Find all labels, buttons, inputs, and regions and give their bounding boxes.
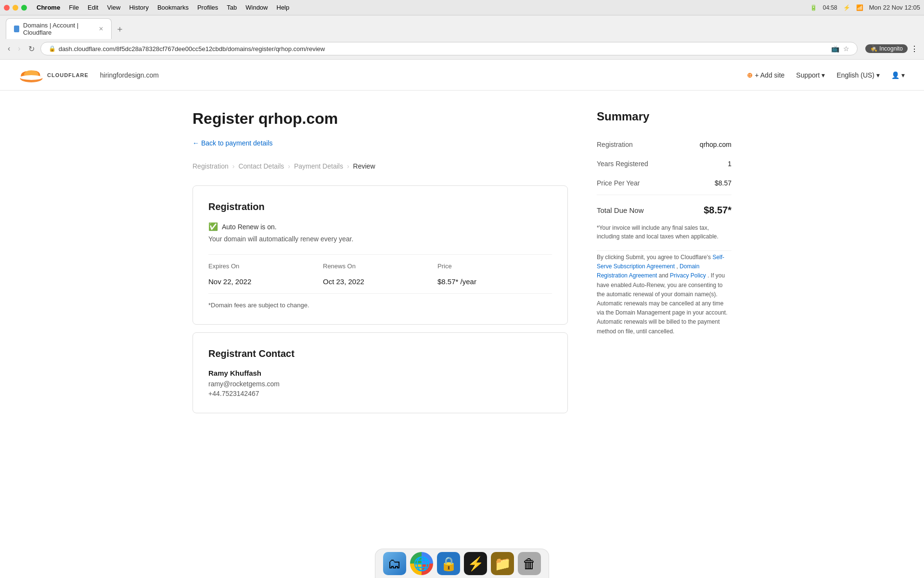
tab-close-button[interactable]: ✕ bbox=[99, 26, 103, 32]
menu-edit[interactable]: Edit bbox=[88, 4, 98, 11]
menu-tab[interactable]: Tab bbox=[227, 4, 237, 11]
menu-bookmarks[interactable]: Bookmarks bbox=[157, 4, 189, 11]
incognito-badge: 🕵 Incognito bbox=[865, 44, 908, 53]
auto-renew-check-icon: ✅ bbox=[208, 222, 218, 231]
tab-title: Domains | Account | Cloudflare bbox=[23, 22, 91, 36]
menu-help[interactable]: Help bbox=[277, 4, 290, 11]
menu-chrome[interactable]: Chrome bbox=[37, 4, 60, 11]
cell-expires-date: Nov 22, 2022 bbox=[208, 277, 323, 286]
table-header: Expires On Renews On Price bbox=[208, 255, 552, 274]
col-renews: Renews On bbox=[323, 263, 437, 270]
privacy-policy-link[interactable]: Privacy Policy bbox=[670, 272, 706, 279]
chevron-down-icon: ▾ bbox=[821, 71, 825, 79]
dock-app3-icon[interactable]: 🔒 bbox=[437, 552, 460, 575]
dock-app4-icon[interactable]: ⚡ bbox=[464, 552, 487, 575]
summary-total-value: $8.57* bbox=[704, 205, 732, 216]
auto-renew-desc: Your domain will automatically renew eve… bbox=[208, 235, 552, 243]
forward-nav-button[interactable]: › bbox=[16, 42, 22, 55]
window-controls[interactable] bbox=[4, 5, 27, 11]
breadcrumb-contact-details[interactable]: Contact Details bbox=[238, 162, 284, 170]
summary-price-value: $8.57 bbox=[715, 179, 732, 187]
fullscreen-button[interactable] bbox=[21, 5, 27, 11]
summary-row-years: Years Registered 1 bbox=[597, 154, 732, 173]
main-section: Register qrhop.com ← Back to payment det… bbox=[192, 110, 568, 421]
summary-registration-label: Registration bbox=[597, 141, 633, 148]
macos-menu: Chrome File Edit View History Bookmarks … bbox=[37, 4, 289, 11]
registration-table: Expires On Renews On Price Nov 22, 2022 … bbox=[208, 254, 552, 294]
tab-bar: Domains | Account | Cloudflare ✕ ＋ bbox=[0, 15, 924, 39]
cloudflare-logo[interactable]: CLOUDFLARE bbox=[19, 66, 89, 85]
battery-time: 04:58 bbox=[823, 4, 837, 11]
bookmark-star-icon[interactable]: ☆ bbox=[843, 45, 849, 53]
summary-total-row: Total Due Now $8.57* bbox=[597, 197, 732, 223]
wifi-icon: 📶 bbox=[856, 4, 863, 11]
menu-history[interactable]: History bbox=[129, 4, 148, 11]
contact-name: Ramy Khuffash bbox=[208, 369, 552, 377]
back-link[interactable]: ← Back to payment details bbox=[192, 139, 568, 147]
summary-price-label: Price Per Year bbox=[597, 179, 640, 187]
incognito-label: Incognito bbox=[879, 45, 903, 52]
cast-icon[interactable]: 📺 bbox=[831, 45, 839, 53]
col-price: Price bbox=[437, 263, 552, 270]
summary-divider bbox=[597, 195, 732, 195]
menu-view[interactable]: View bbox=[107, 4, 120, 11]
user-icon: 👤 bbox=[891, 71, 899, 79]
summary-divider-2 bbox=[597, 250, 732, 251]
auto-renew-row: ✅ Auto Renew is on. bbox=[208, 222, 552, 231]
address-actions: 📺 ☆ bbox=[831, 45, 849, 53]
summary-row-registration: Registration qrhop.com bbox=[597, 135, 732, 154]
language-button[interactable]: English (US) ▾ bbox=[836, 71, 880, 79]
back-nav-button[interactable]: ‹ bbox=[6, 42, 12, 55]
cell-renews-date: Oct 23, 2022 bbox=[323, 277, 437, 286]
datetime: Mon 22 Nov 12:05 bbox=[869, 4, 920, 11]
breadcrumb-review[interactable]: Review bbox=[353, 162, 375, 170]
summary-row-price: Price Per Year $8.57 bbox=[597, 173, 732, 193]
breadcrumb-sep-1: › bbox=[232, 162, 235, 170]
col-expires: Expires On bbox=[208, 263, 323, 270]
summary-total-label: Total Due Now bbox=[597, 206, 644, 214]
active-tab[interactable]: Domains | Account | Cloudflare ✕ bbox=[6, 18, 112, 39]
menu-file[interactable]: File bbox=[69, 4, 79, 11]
breadcrumb-payment-details[interactable]: Payment Details bbox=[294, 162, 343, 170]
lock-icon: 🔒 bbox=[49, 45, 56, 52]
menu-window[interactable]: Window bbox=[245, 4, 268, 11]
contact-email: ramy@rocketgems.com bbox=[208, 380, 552, 388]
support-button[interactable]: Support ▾ bbox=[796, 71, 825, 79]
titlebar: Chrome File Edit View History Bookmarks … bbox=[0, 0, 924, 15]
new-tab-button[interactable]: ＋ bbox=[116, 25, 124, 33]
reload-button[interactable]: ↻ bbox=[26, 42, 37, 55]
summary-legal: By clicking Submit, you agree to Cloudfl… bbox=[597, 253, 732, 336]
more-options-button[interactable]: ⋮ bbox=[911, 44, 918, 53]
contact-phone: +44.7523142467 bbox=[208, 390, 552, 397]
breadcrumb-sep-2: › bbox=[288, 162, 290, 170]
close-button[interactable] bbox=[4, 5, 10, 11]
chevron-down-icon: ▾ bbox=[901, 71, 905, 79]
page-title: Register qrhop.com bbox=[192, 110, 568, 128]
user-account-button[interactable]: 👤 ▾ bbox=[891, 71, 905, 79]
fees-note: *Domain fees are subject to change. bbox=[208, 302, 552, 309]
breadcrumb: Registration › Contact Details › Payment… bbox=[192, 162, 568, 170]
titlebar-right: 🔋 04:58 ⚡ 📶 Mon 22 Nov 12:05 bbox=[810, 4, 920, 11]
minimize-button[interactable] bbox=[13, 5, 18, 11]
dock: 🗂 🌐 🔒 ⚡ 📁 🗑 bbox=[375, 549, 549, 578]
bolt-icon: ⚡ bbox=[843, 4, 850, 11]
tab-favicon bbox=[14, 26, 19, 32]
breadcrumb-registration[interactable]: Registration bbox=[192, 162, 229, 170]
address-input[interactable]: 🔒 dash.cloudflare.com/8f5dc28a78328cf767… bbox=[40, 42, 858, 55]
summary-registration-value: qrhop.com bbox=[700, 141, 732, 148]
dock-trash-icon[interactable]: 🗑 bbox=[518, 552, 541, 575]
plus-icon: ⊕ bbox=[747, 71, 753, 79]
page-content: Register qrhop.com ← Back to payment det… bbox=[173, 91, 751, 440]
dock-finder-icon[interactable]: 🗂 bbox=[383, 552, 406, 575]
cell-price: $8.57* /year bbox=[437, 277, 552, 286]
svg-point-4 bbox=[20, 75, 43, 80]
site-header: CLOUDFLARE hiringfordesign.com ⊕ + Add s… bbox=[0, 60, 924, 91]
add-site-button[interactable]: ⊕ + Add site bbox=[747, 71, 784, 79]
dock-chrome-icon[interactable]: 🌐 bbox=[410, 552, 433, 575]
dock-folder-icon[interactable]: 📁 bbox=[491, 552, 514, 575]
registration-card: Registration ✅ Auto Renew is on. Your do… bbox=[192, 185, 568, 325]
menu-profiles[interactable]: Profiles bbox=[197, 4, 218, 11]
registrant-contact-title: Registrant Contact bbox=[208, 348, 552, 359]
battery-icon: 🔋 bbox=[810, 4, 817, 11]
site-name: hiringfordesign.com bbox=[100, 71, 159, 79]
